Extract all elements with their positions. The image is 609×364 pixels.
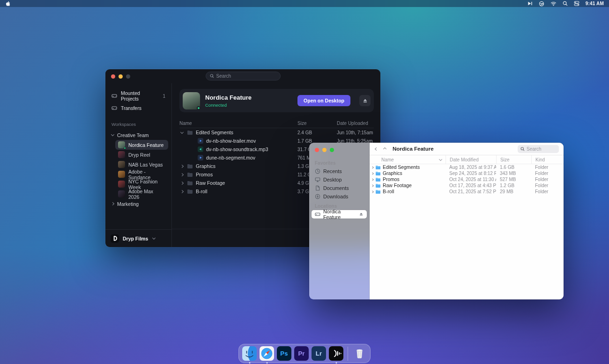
folder-icon	[375, 177, 381, 182]
workspace-label: Dryp Reel	[128, 152, 150, 158]
favorites-section-label: Favorites	[315, 160, 369, 166]
workspace-item[interactable]: NYC Fashion Week	[115, 179, 168, 189]
finder-file-row[interactable]: Edited Segments Aug 18, 2025 at 9:37 AM …	[370, 164, 564, 170]
dock-safari-icon[interactable]	[260, 346, 274, 361]
apple-menu-icon[interactable]	[5, 1, 10, 7]
row-disclosure[interactable]	[179, 190, 184, 193]
disclosure-chevron-icon[interactable]	[371, 190, 374, 193]
finder-file-row[interactable]: Raw Footage Oct 17, 2025 at 4:43 PM 1.2 …	[370, 182, 564, 189]
spotlight-search-icon[interactable]	[563, 1, 568, 6]
folder-icon	[375, 183, 381, 188]
zoom-button[interactable]	[330, 148, 334, 152]
brand-name: Dryp Films	[123, 236, 148, 241]
app-search-input[interactable]: Search	[206, 72, 281, 80]
finder-sidebar-item[interactable]: Recents	[312, 167, 367, 175]
row-disclosure[interactable]	[179, 182, 184, 184]
file-name: Edited Segments	[383, 165, 420, 170]
file-type-icon	[197, 147, 203, 152]
project-thumbnail	[183, 92, 200, 109]
open-on-desktop-button[interactable]: Open on Desktop	[297, 95, 350, 106]
workspace-item[interactable]: Marketing	[109, 199, 168, 209]
nav-item-label: Mounted Projects	[121, 90, 159, 102]
workspace-item[interactable]: NAB Las Vegas	[115, 160, 168, 169]
row-disclosure[interactable]	[179, 174, 184, 176]
column-kind[interactable]: Kind	[531, 155, 564, 164]
dock-finder-icon[interactable]	[242, 346, 257, 361]
workspace-item[interactable]: Adobe Max 2026	[115, 189, 168, 199]
column-date-modified[interactable]: Date Modified	[446, 155, 496, 164]
column-size[interactable]: Size	[297, 121, 337, 126]
workspace-item[interactable]: Adobe - Sundance	[115, 169, 168, 179]
dock-lightroom-icon[interactable]: Lr	[312, 346, 326, 361]
app-sidebar: Mounted Projects 1 Transfers Workspaces …	[105, 83, 172, 247]
locations-section-label: Locations	[315, 204, 369, 209]
workspace-label: Adobe Max 2026	[128, 189, 165, 200]
sidebar-nav-item[interactable]: Mounted Projects 1	[109, 90, 168, 102]
minimize-button[interactable]	[322, 148, 327, 152]
dock-trash-icon[interactable]	[352, 346, 367, 361]
workspace-item[interactable]: Creative Team	[109, 130, 168, 140]
column-name[interactable]: Name	[370, 155, 446, 164]
file-name: B-roll	[196, 189, 208, 194]
sidebar-item-label: Documents	[323, 185, 349, 191]
file-row[interactable]: Edited Segments 2.4 GB Jun 10th, 7:15am	[179, 128, 374, 137]
close-button[interactable]	[111, 74, 115, 79]
workspace-thumbnail	[118, 181, 125, 188]
finder-sidebar-item[interactable]: Downloads	[312, 192, 367, 201]
row-disclosure[interactable]	[179, 132, 184, 133]
date-modified: Oct 24, 2025 at 11:30 AM	[446, 177, 496, 182]
finder-sidebar-location[interactable]: Nordica Feature	[312, 210, 367, 218]
dock-divider	[348, 347, 348, 361]
finder-file-row[interactable]: B-roll Oct 21, 2025 at 7:52 PM 29 MB Fol…	[370, 189, 564, 195]
sidebar-nav-item[interactable]: Transfers	[109, 102, 168, 114]
close-button[interactable]	[315, 148, 319, 152]
disclosure-chevron-icon[interactable]	[371, 172, 374, 175]
workspace-thumbnail	[118, 161, 125, 168]
menu-bar-clock[interactable]: 9:41 AM	[586, 1, 604, 6]
eject-icon[interactable]	[359, 212, 364, 217]
file-name: B-roll	[383, 189, 394, 194]
file-name: Promos	[196, 172, 213, 177]
file-kind: Folder	[531, 183, 564, 188]
finder-toolbar: Nordica Feature Search	[370, 143, 564, 155]
file-type-icon	[187, 189, 193, 194]
dock-dryp-icon[interactable]	[329, 346, 343, 361]
zoom-button[interactable]	[126, 74, 130, 79]
finder-sidebar-item[interactable]: Desktop	[312, 175, 367, 184]
finder-search-input[interactable]: Search	[518, 145, 559, 153]
minimize-button[interactable]	[119, 74, 123, 79]
finder-file-row[interactable]: Promos Oct 24, 2025 at 11:30 AM 527 MB F…	[370, 176, 564, 182]
file-kind: Folder	[531, 171, 564, 176]
row-disclosure[interactable]	[179, 165, 184, 167]
account-switcher[interactable]: Dryp Films	[105, 229, 171, 247]
finder-sidebar-item[interactable]: Documents	[312, 184, 367, 192]
wifi-icon[interactable]	[550, 1, 557, 6]
disclosure-chevron-icon[interactable]	[371, 184, 374, 187]
workspace-item[interactable]: Nordica Feature	[115, 140, 168, 150]
disclosure-chevron-icon[interactable]	[371, 178, 374, 181]
dock-photoshop-icon[interactable]: Ps	[277, 346, 291, 361]
finder-file-row[interactable]: Graphics Sep 24, 2025 at 8:12 PM 343 MB …	[370, 170, 564, 176]
file-size: 1.2 GB	[496, 183, 531, 188]
control-center-icon[interactable]	[574, 1, 579, 6]
column-name[interactable]: Name	[179, 121, 297, 126]
file-name: dune-nb-segment.mov	[206, 155, 255, 160]
clock-icon	[315, 168, 320, 174]
forward-button[interactable]	[383, 147, 387, 151]
file-size: 29 MB	[496, 189, 531, 194]
column-size[interactable]: Size	[496, 155, 531, 164]
screen-mirroring-icon[interactable]	[527, 1, 533, 6]
disclosure-chevron-icon[interactable]	[371, 166, 374, 169]
app-title-bar: Search	[105, 69, 380, 83]
file-kind: Folder	[531, 189, 564, 194]
adobe-app-label: Ps	[277, 346, 291, 361]
dock-premiere-icon[interactable]: Pr	[294, 346, 309, 361]
file-name: Graphics	[196, 163, 215, 169]
column-date-uploaded[interactable]: Date Uploaded	[337, 121, 374, 126]
workspace-item[interactable]: Dryp Reel	[115, 150, 168, 160]
file-kind: Folder	[531, 177, 564, 182]
eject-button[interactable]	[359, 95, 371, 106]
back-button[interactable]	[374, 147, 379, 151]
file-type-icon	[197, 155, 203, 160]
browser-globe-icon[interactable]	[539, 1, 544, 7]
